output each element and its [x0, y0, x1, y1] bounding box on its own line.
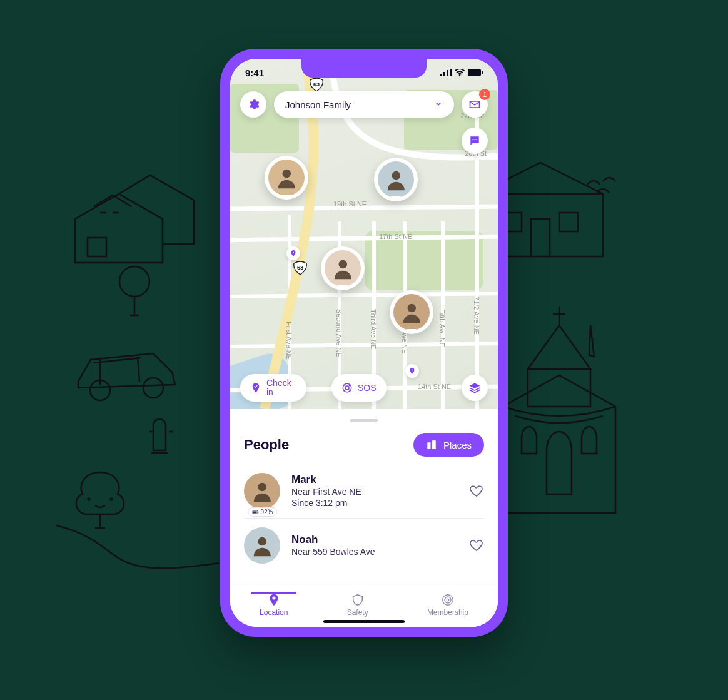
svg-point-9 — [459, 74, 460, 76]
avatar — [244, 527, 280, 564]
pin-icon — [267, 593, 281, 607]
battery-icon — [468, 69, 483, 76]
svg-point-15 — [392, 171, 400, 180]
svg-point-28 — [443, 594, 453, 605]
shield-icon — [351, 593, 365, 607]
phone-screen: 9:41 — [230, 59, 498, 627]
street-label: Fifth Ave NE — [438, 309, 446, 347]
sheet-grabber[interactable] — [350, 419, 378, 422]
map-person-marker[interactable] — [390, 290, 433, 334]
signal-icon — [440, 69, 452, 76]
doodle-tree-icon — [113, 263, 156, 319]
chat-icon — [468, 134, 481, 147]
chevron-down-icon — [434, 99, 443, 110]
svg-rect-5 — [440, 74, 442, 76]
fingerprint-icon — [441, 593, 455, 607]
gear-icon — [247, 98, 260, 111]
svg-point-29 — [445, 596, 451, 602]
buildings-icon — [426, 439, 437, 450]
svg-point-4 — [111, 499, 113, 500]
phone-frame: 9:41 — [220, 49, 508, 637]
status-time: 9:41 — [245, 68, 264, 78]
layers-button[interactable] — [462, 375, 488, 401]
doodle-car-icon — [66, 325, 191, 413]
notification-badge: 1 — [479, 89, 490, 100]
svg-point-20 — [473, 139, 474, 140]
places-button[interactable]: Places — [413, 433, 484, 457]
svg-point-23 — [258, 482, 266, 491]
messages-button[interactable]: 1 — [462, 91, 488, 118]
battery-icon — [252, 510, 258, 514]
person-row[interactable]: 92% Mark Near First Ave NE Since 3:12 pm — [244, 464, 484, 519]
svg-rect-10 — [468, 69, 481, 76]
street-label: Second Ave NE — [335, 309, 343, 357]
family-selector[interactable]: Johnson Family — [274, 91, 454, 118]
person-row[interactable]: Noah Near 559 Bowles Ave — [244, 519, 484, 572]
svg-point-30 — [447, 599, 449, 601]
person-name: Mark — [291, 474, 459, 486]
tab-label: Location — [260, 608, 288, 617]
checkin-button[interactable]: Check in — [240, 374, 306, 402]
map-person-marker[interactable] — [265, 156, 308, 200]
svg-point-3 — [88, 499, 90, 500]
svg-point-14 — [282, 169, 291, 178]
svg-point-21 — [474, 139, 475, 140]
battery-badge: 92% — [248, 507, 277, 517]
map-place-pin[interactable] — [286, 246, 300, 260]
street-label: First Ave NE — [285, 322, 293, 360]
person-name: Noah — [291, 534, 459, 546]
svg-rect-8 — [450, 69, 452, 76]
map-person-marker[interactable] — [374, 158, 418, 201]
svg-point-17 — [407, 303, 416, 312]
places-label: Places — [443, 440, 472, 450]
doodle-house-icon — [63, 144, 206, 269]
wifi-icon — [455, 69, 465, 76]
map-person-marker[interactable] — [321, 246, 365, 290]
street-label: 19th St NE — [333, 200, 367, 208]
settings-button[interactable] — [240, 91, 266, 118]
sos-label: SOS — [358, 383, 377, 393]
tab-label: Membership — [427, 608, 468, 617]
envelope-icon — [468, 98, 481, 111]
svg-text:63: 63 — [297, 265, 303, 271]
svg-rect-25 — [253, 511, 257, 513]
heart-icon[interactable] — [469, 484, 484, 499]
person-since: Since 3:12 pm — [291, 497, 459, 509]
tab-bar: Location Safety Membership — [230, 582, 498, 627]
svg-point-19 — [345, 386, 349, 390]
street-label: Third Ave NE — [370, 309, 377, 350]
svg-rect-11 — [482, 71, 483, 74]
svg-point-0 — [119, 266, 149, 297]
svg-rect-26 — [258, 511, 258, 513]
svg-rect-6 — [443, 72, 445, 76]
svg-point-27 — [258, 537, 266, 545]
home-indicator — [323, 620, 405, 623]
person-location: Near 559 Bowles Ave — [291, 546, 459, 557]
svg-point-2 — [143, 378, 163, 398]
doodle-hydrant-icon — [144, 413, 175, 463]
doodle-birds-icon — [584, 175, 628, 200]
tab-location[interactable]: Location — [260, 593, 288, 617]
doodle-path-icon — [56, 519, 244, 594]
lifebuoy-icon — [341, 382, 353, 393]
family-name: Johnson Family — [285, 99, 351, 110]
person-location: Near First Ave NE — [291, 486, 459, 497]
sos-button[interactable]: SOS — [331, 374, 387, 402]
street-label: 17th St NE — [379, 233, 412, 240]
sheet-title: People — [244, 437, 289, 453]
tab-safety[interactable]: Safety — [347, 593, 368, 617]
street-label: 71/2 Ave NE — [473, 297, 480, 335]
heart-icon[interactable] — [469, 538, 484, 553]
chat-button[interactable] — [462, 128, 488, 154]
pin-check-icon — [250, 382, 261, 393]
svg-point-22 — [476, 139, 477, 140]
tab-label: Safety — [347, 608, 368, 617]
notch — [301, 59, 427, 78]
svg-rect-7 — [447, 70, 448, 76]
svg-point-16 — [338, 260, 347, 268]
route-shield-icon: 63 — [293, 261, 308, 276]
layers-icon — [468, 382, 481, 394]
tab-membership[interactable]: Membership — [427, 593, 468, 617]
avatar — [244, 473, 280, 509]
checkin-label: Check in — [266, 378, 296, 397]
